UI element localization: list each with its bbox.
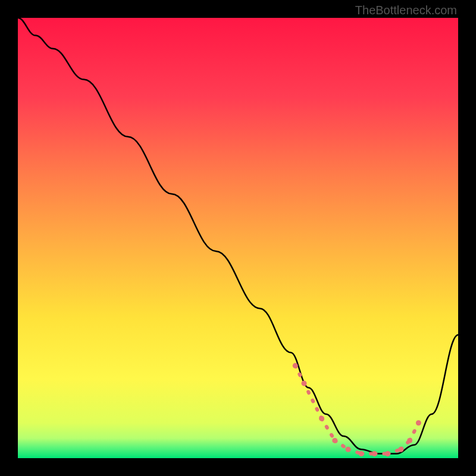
marker-dot	[293, 363, 298, 368]
marker-dot	[359, 451, 364, 456]
marker-dot	[372, 451, 377, 456]
attribution-text: TheBottleneck.com	[355, 4, 457, 17]
marker-dot	[407, 438, 412, 443]
marker-dot	[398, 447, 403, 452]
marker-dash	[304, 383, 322, 418]
bottleneck-curve	[18, 18, 458, 454]
marker-dot	[346, 447, 351, 452]
plot-area	[18, 18, 458, 458]
marker-dot	[319, 416, 324, 421]
marker-dot	[385, 451, 390, 456]
marker-dash	[410, 423, 419, 441]
curve-layer	[18, 18, 458, 458]
marker-dot	[416, 420, 421, 425]
marker-dot	[302, 381, 307, 386]
marker-dot	[332, 438, 337, 443]
marker-dots	[293, 363, 421, 456]
